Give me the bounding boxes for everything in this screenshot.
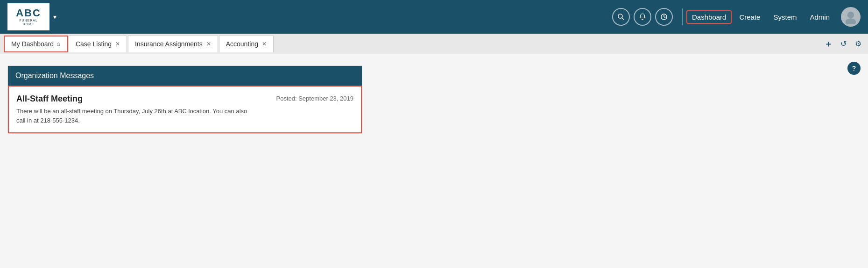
svg-point-5 — [847, 12, 854, 18]
home-icon: ⌂ — [56, 40, 60, 47]
widget-body: All-Staff Meeting There will be an all-s… — [8, 86, 362, 133]
settings-tab-button[interactable]: ⚙ — [852, 38, 864, 50]
nav-dashboard[interactable]: Dashboard — [686, 10, 732, 24]
tab-accounting[interactable]: Accounting ✕ — [219, 36, 274, 52]
bell-icon — [639, 13, 646, 21]
message-row: All-Staff Meeting There will be an all-s… — [16, 94, 353, 125]
message-body: There will be an all-staff meeting on Th… — [16, 107, 251, 125]
organization-messages-widget: Organization Messages All-Staff Meeting … — [7, 65, 362, 134]
notifications-button[interactable] — [634, 8, 651, 26]
nav-admin[interactable]: Admin — [804, 10, 835, 24]
reload-tab-button[interactable]: ↺ — [837, 38, 849, 50]
tabs-bar: My Dashboard ⌂ Case Listing ✕ Insurance … — [0, 34, 868, 54]
tab-case-listing[interactable]: Case Listing ✕ — [69, 36, 127, 52]
svg-point-0 — [618, 14, 622, 18]
tab-insurance-label: Insurance Assignments — [135, 40, 203, 48]
logo-area[interactable]: ABC FUNERAL HOME ▾ — [7, 3, 56, 30]
nav-icon-group — [612, 8, 673, 26]
tab-my-dashboard[interactable]: My Dashboard ⌂ — [4, 36, 68, 52]
logo-funeral: FUNERAL — [19, 19, 38, 22]
svg-point-6 — [846, 18, 856, 24]
widget-title: Organization Messages — [15, 72, 94, 80]
logo-box: ABC FUNERAL HOME — [7, 3, 49, 30]
svg-line-4 — [664, 17, 665, 18]
widget-header: Organization Messages — [8, 66, 362, 86]
message-title: All-Staff Meeting — [16, 94, 251, 104]
top-navigation: ABC FUNERAL HOME ▾ — [0, 0, 868, 34]
clock-button[interactable] — [655, 8, 673, 26]
tab-case-listing-label: Case Listing — [76, 40, 112, 48]
nav-create[interactable]: Create — [734, 10, 766, 24]
page-help-button[interactable]: ? — [847, 62, 861, 75]
main-content: ? Organization Messages All-Staff Meetin… — [0, 54, 868, 268]
user-avatar[interactable] — [841, 7, 861, 27]
nav-menu: Dashboard Create System Admin — [686, 10, 835, 24]
nav-divider — [682, 8, 683, 25]
tab-case-listing-close[interactable]: ✕ — [115, 41, 120, 47]
logo-abc: ABC — [16, 7, 41, 19]
logo-dropdown-icon[interactable]: ▾ — [53, 13, 56, 21]
tab-insurance-assignments[interactable]: Insurance Assignments ✕ — [128, 36, 218, 52]
logo-home: HOME — [23, 22, 35, 26]
nav-system[interactable]: System — [768, 10, 802, 24]
clock-icon — [660, 13, 668, 21]
search-button[interactable] — [612, 8, 630, 26]
message-content: All-Staff Meeting There will be an all-s… — [16, 94, 251, 125]
add-tab-button[interactable]: ＋ — [822, 38, 834, 50]
svg-line-1 — [622, 18, 624, 20]
message-posted-date: Posted: September 23, 2019 — [251, 94, 353, 102]
tab-my-dashboard-label: My Dashboard — [11, 40, 54, 48]
avatar-icon — [843, 9, 858, 24]
tabs-actions: ＋ ↺ ⚙ — [822, 38, 864, 50]
tab-insurance-close[interactable]: ✕ — [206, 41, 211, 47]
tab-accounting-close[interactable]: ✕ — [262, 41, 267, 47]
search-icon — [617, 13, 625, 21]
tab-accounting-label: Accounting — [226, 40, 258, 48]
